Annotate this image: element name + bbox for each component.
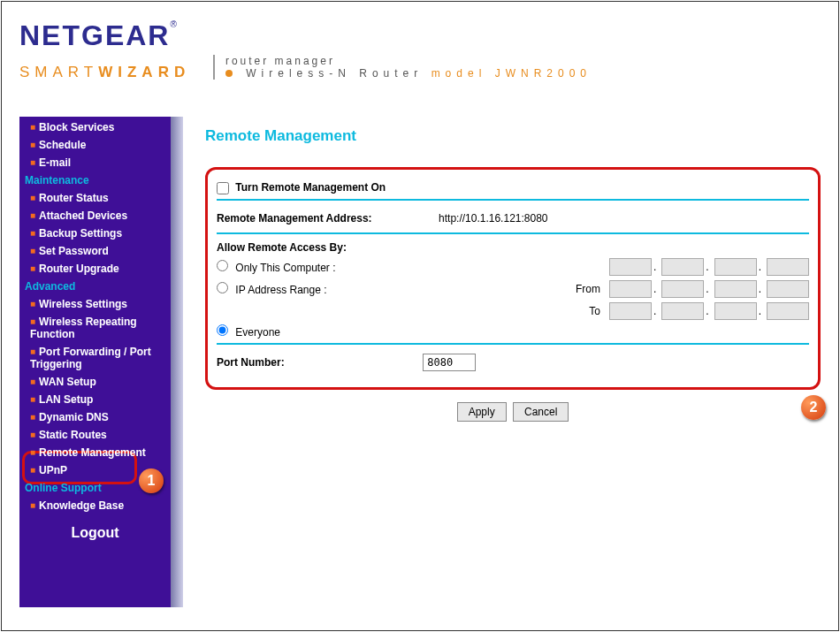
annotation-badge-1: 1 <box>139 468 164 493</box>
dot-icon: . <box>653 283 656 298</box>
bullet-icon: ■ <box>30 346 35 356</box>
sidebar-item-label: E-mail <box>39 156 71 169</box>
ip-octet-input[interactable] <box>609 280 652 298</box>
bullet-icon: ■ <box>30 316 35 326</box>
to-label: To <box>556 305 600 317</box>
sidebar-item-router-status[interactable]: ■Router Status <box>19 189 171 207</box>
sidebar-item-label: Wireless Settings <box>39 298 127 310</box>
annotation-badge-2: 2 <box>801 395 826 420</box>
ip-input-group-from: . . . <box>606 280 809 298</box>
sidebar-item-attached-devices[interactable]: ■Attached Devices <box>19 207 171 225</box>
brand-logo: NETGEAR <box>19 19 170 51</box>
ip-range-label: IP Address Range : <box>235 284 326 296</box>
bullet-icon: ■ <box>30 412 35 422</box>
port-input[interactable] <box>423 354 476 371</box>
bullet-icon: ■ <box>30 299 35 308</box>
sidebar-item-port-forwarding[interactable]: ■Port Forwarding / Port Triggering <box>19 343 171 373</box>
sidebar-item-wan-setup[interactable]: ■WAN Setup <box>19 373 171 391</box>
sidebar-item-label: Knowledge Base <box>39 499 124 512</box>
bullet-icon: ■ <box>30 263 35 273</box>
dot-icon: . <box>759 283 761 298</box>
sidebar-item-label: Set Password <box>39 245 109 257</box>
turn-on-label: Turn Remote Management On <box>235 181 386 194</box>
sidebar-item-label: Router Upgrade <box>39 263 119 275</box>
product-line: Wireless-N Router <box>246 67 423 80</box>
only-this-label: Only This Computer : <box>235 262 335 274</box>
sidebar-category-advanced: Advanced <box>19 278 171 295</box>
sidebar-item-knowledge-base[interactable]: ■Knowledge Base <box>19 497 171 514</box>
cancel-button[interactable]: Cancel <box>513 402 569 422</box>
address-label: Remote Management Address: <box>217 212 372 225</box>
dot-icon: . <box>706 261 708 276</box>
everyone-radio[interactable] <box>217 324 228 336</box>
sidebar-item-label: Block Services <box>39 121 114 133</box>
bullet-icon: ■ <box>30 157 35 167</box>
dot-icon: . <box>759 305 761 320</box>
bullet-icon: ■ <box>30 430 35 439</box>
sidebar-item-lan-setup[interactable]: ■LAN Setup <box>19 391 171 408</box>
sidebar-item-label: Backup Settings <box>39 227 122 240</box>
registered-icon: ® <box>170 19 176 29</box>
only-this-radio[interactable] <box>217 260 228 271</box>
bullet-icon: ■ <box>30 210 35 220</box>
turn-on-checkbox[interactable] <box>217 182 229 194</box>
dot-icon: . <box>653 305 656 320</box>
address-value: http://10.1.16.121:8080 <box>372 212 615 225</box>
sub-brand-1: SMART <box>19 64 98 80</box>
from-label: From <box>556 283 600 295</box>
everyone-label: Everyone <box>235 326 280 339</box>
sidebar-item-router-upgrade[interactable]: ■Router Upgrade <box>19 260 171 278</box>
logout-link[interactable]: Logout <box>19 514 171 552</box>
ip-range-radio[interactable] <box>217 282 228 293</box>
sidebar-item-wireless-settings[interactable]: ■Wireless Settings <box>19 295 171 313</box>
ip-octet-input[interactable] <box>714 302 757 320</box>
sidebar-item-email[interactable]: ■E-mail <box>19 154 171 171</box>
dot-icon: . <box>759 261 761 276</box>
ip-octet-input[interactable] <box>767 280 809 298</box>
ip-octet-input[interactable] <box>767 302 809 320</box>
sub-brand-2: WIZARD <box>98 64 190 80</box>
ip-octet-input[interactable] <box>661 258 704 276</box>
bullet-icon: ■ <box>30 377 35 386</box>
ip-octet-input[interactable] <box>714 280 757 298</box>
apply-button[interactable]: Apply <box>457 402 507 422</box>
bullet-icon: ■ <box>30 122 35 132</box>
bullet-icon: ■ <box>30 228 35 238</box>
ip-octet-input[interactable] <box>609 302 652 320</box>
sidebar-item-label: UPnP <box>39 464 67 476</box>
sidebar-item-label: Wireless Repeating Function <box>30 316 137 340</box>
scrollbar[interactable] <box>171 117 183 607</box>
form-highlight: Turn Remote Management On Remote Managem… <box>205 167 821 390</box>
allow-label: Allow Remote Access By: <box>217 241 809 254</box>
sidebar-item-backup-settings[interactable]: ■Backup Settings <box>19 225 171 242</box>
model-label: model JWNR2000 <box>431 67 592 80</box>
turn-on-row: Turn Remote Management On <box>217 181 809 194</box>
page-title: Remote Management <box>205 127 821 145</box>
sidebar: ■Block Services ■Schedule ■E-mail Mainte… <box>19 117 183 607</box>
sidebar-item-schedule[interactable]: ■Schedule <box>19 136 171 154</box>
bullet-icon <box>225 70 233 77</box>
product-label: router manager <box>225 55 592 67</box>
bullet-icon: ■ <box>30 140 35 149</box>
sidebar-item-remote-management[interactable]: ■Remote Management <box>19 444 171 461</box>
ip-octet-input[interactable] <box>609 258 652 276</box>
ip-octet-input[interactable] <box>714 258 757 276</box>
ip-octet-input[interactable] <box>661 280 704 298</box>
port-label: Port Number: <box>217 356 285 369</box>
ip-octet-input[interactable] <box>767 258 809 276</box>
dot-icon: . <box>653 261 656 276</box>
sidebar-item-static-routes[interactable]: ■Static Routes <box>19 426 171 444</box>
sidebar-item-label: Dynamic DNS <box>39 411 109 423</box>
sidebar-item-label: LAN Setup <box>39 393 93 406</box>
sidebar-item-set-password[interactable]: ■Set Password <box>19 242 171 260</box>
ip-octet-input[interactable] <box>661 302 704 320</box>
bullet-icon: ■ <box>30 246 35 255</box>
divider <box>217 199 809 201</box>
ip-input-group-to: . . . <box>606 302 809 320</box>
divider <box>217 232 809 234</box>
sidebar-item-dynamic-dns[interactable]: ■Dynamic DNS <box>19 408 171 426</box>
sidebar-item-label: Attached Devices <box>39 209 127 222</box>
sidebar-item-wireless-repeating[interactable]: ■Wireless Repeating Function <box>19 313 171 343</box>
sidebar-item-block-services[interactable]: ■Block Services <box>19 118 171 136</box>
sidebar-item-label: Port Forwarding / Port Triggering <box>30 346 151 370</box>
